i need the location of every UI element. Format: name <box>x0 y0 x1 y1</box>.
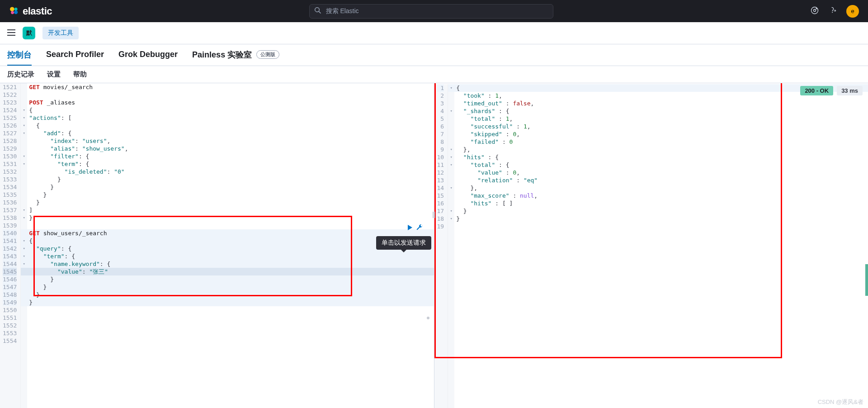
subtab-history[interactable]: 历史记录 <box>7 66 34 83</box>
global-search-wrap: 搜索 Elastic <box>52 4 810 19</box>
svg-rect-9 <box>7 32 15 33</box>
response-gutter: 12345678910111213141516171819 <box>434 84 448 408</box>
subtab-help[interactable]: 帮助 <box>73 66 87 83</box>
run-request-icon[interactable] <box>406 224 413 232</box>
svg-point-1 <box>14 8 18 11</box>
tab-console[interactable]: 控制台 <box>7 44 32 66</box>
top-header: elastic 搜索 Elastic e <box>0 0 868 22</box>
tab-grok-debugger[interactable]: Grok Debugger <box>118 44 178 66</box>
header-actions: e <box>810 5 863 18</box>
newsfeed-icon[interactable] <box>810 6 819 16</box>
global-search-input[interactable]: 搜索 Elastic <box>309 4 553 19</box>
request-code[interactable]: GET movies/_searchPOST _aliases{"actions… <box>27 83 434 408</box>
watermark: CSDN @逐风&者 <box>818 398 863 406</box>
elastic-logo-icon <box>9 5 19 17</box>
nav-toggle-icon[interactable] <box>7 29 15 37</box>
request-gutter: 1521152215231524152515261527152815291530… <box>0 83 21 408</box>
subtab-settings[interactable]: 设置 <box>47 66 61 83</box>
run-tooltip: 单击以发送请求 <box>376 236 431 250</box>
space-selector[interactable]: 默 <box>23 27 35 39</box>
svg-rect-10 <box>7 35 15 36</box>
brand-text: elastic <box>23 5 52 17</box>
svg-rect-8 <box>7 29 15 30</box>
tool-tabs: 控制台 Search Profiler Grok Debugger Painle… <box>0 44 868 66</box>
response-time-badge: 33 ms <box>837 86 863 95</box>
console-main: 1521152215231524152515261527152815291530… <box>0 83 868 408</box>
response-viewer[interactable]: 12345678910111213141516171819 ▾▾▾▾▾▾▾▾ {… <box>434 83 868 408</box>
svg-point-7 <box>832 12 833 13</box>
request-fold-gutter[interactable]: ▾▾▾▾▾▾▾▾▾▾▾▾ <box>21 83 27 408</box>
response-code[interactable]: { "took" : 1, "timed_out" : false, "_sha… <box>454 84 868 408</box>
response-scroll-strip <box>865 264 868 296</box>
response-status-bar: 200 - OK 33 ms <box>800 86 863 95</box>
request-editor[interactable]: 1521152215231524152515261527152815291530… <box>0 83 434 408</box>
request-editor-pane: 1521152215231524152515261527152815291530… <box>0 83 434 408</box>
wrench-icon[interactable] <box>416 224 423 232</box>
beta-badge: 公测版 <box>256 50 279 59</box>
response-status-badge: 200 - OK <box>800 86 833 95</box>
svg-point-3 <box>14 10 18 14</box>
svg-point-6 <box>816 8 817 9</box>
svg-point-5 <box>814 9 816 12</box>
scroll-marker <box>427 317 429 319</box>
request-action-buttons <box>406 224 423 232</box>
search-placeholder: 搜索 Elastic <box>326 7 359 15</box>
brand-logo[interactable]: elastic <box>5 5 52 17</box>
svg-point-0 <box>10 7 14 11</box>
search-icon <box>314 7 321 15</box>
help-icon[interactable] <box>828 6 837 16</box>
tab-search-profiler[interactable]: Search Profiler <box>46 44 104 66</box>
tab-painless-lab[interactable]: Painless 实验室 公测版 <box>192 44 279 66</box>
response-pane: 200 - OK 33 ms 1234567891011121314151617… <box>434 83 868 408</box>
console-subtabs: 历史记录 设置 帮助 <box>0 66 868 83</box>
pane-resize-handle[interactable]: || <box>432 210 436 219</box>
response-fold-gutter[interactable]: ▾▾▾▾▾▾▾▾ <box>448 84 454 408</box>
breadcrumb-devtools[interactable]: 开发工具 <box>42 27 79 39</box>
sub-header: 默 开发工具 <box>0 22 868 44</box>
svg-point-2 <box>11 11 14 14</box>
user-avatar[interactable]: e <box>846 5 859 18</box>
